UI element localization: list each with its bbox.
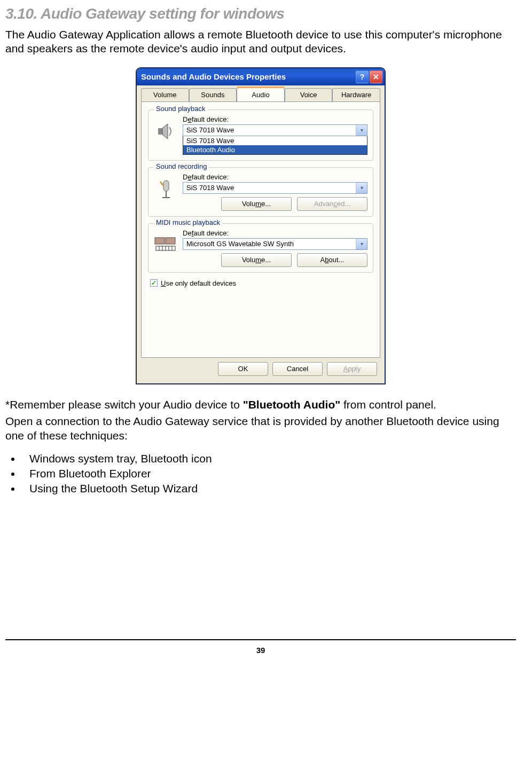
svg-rect-6	[166, 238, 175, 244]
audio-properties-dialog: Sounds and Audio Devices Properties ? ✕ …	[136, 68, 385, 384]
group-sound-playback: Sound playback	[148, 109, 373, 161]
help-button[interactable]: ?	[356, 70, 369, 83]
ok-button[interactable]: OK	[218, 362, 268, 376]
svg-marker-1	[162, 124, 168, 139]
list-item: From Bluetooth Explorer	[21, 467, 516, 480]
page-footer: 39	[5, 639, 516, 655]
group-midi-playback: MIDI music playback	[148, 223, 373, 273]
tab-sounds[interactable]: Sounds	[189, 88, 237, 102]
list-item: Using the Bluetooth Setup Wizard	[21, 482, 516, 495]
list-item: Windows system tray, Bluetooth icon	[21, 452, 516, 465]
playback-option[interactable]: SiS 7018 Wave	[183, 136, 367, 145]
tab-hardware[interactable]: Hardware	[332, 88, 380, 102]
tab-panel-audio: Sound playback	[141, 101, 380, 358]
playback-value: SiS 7018 Wave	[183, 126, 356, 134]
close-button[interactable]: ✕	[370, 70, 382, 83]
midi-select[interactable]: Microsoft GS Wavetable SW Synth ▾	[183, 238, 367, 250]
svg-rect-2	[163, 180, 169, 191]
instructions-paragraph: Open a connection to the Audio Gateway s…	[5, 414, 516, 443]
legend-midi: MIDI music playback	[154, 218, 222, 226]
microphone-icon	[155, 178, 176, 206]
tab-row: Volume Sounds Audio Voice Hardware	[141, 88, 380, 101]
section-heading: 3.10. Audio Gateway setting for windows	[5, 5, 516, 22]
tab-volume[interactable]: Volume	[141, 88, 189, 102]
titlebar-text: Sounds and Audio Devices Properties	[141, 72, 355, 81]
svg-rect-5	[155, 238, 165, 244]
use-only-default-label: Use only default devices	[161, 279, 236, 287]
chevron-down-icon[interactable]: ▾	[356, 239, 367, 249]
midi-value: Microsoft GS Wavetable SW Synth	[183, 240, 356, 248]
recording-select[interactable]: SiS 7018 Wave ▾	[183, 182, 367, 194]
midi-icon	[154, 234, 177, 258]
midi-about-button[interactable]: About...	[297, 253, 367, 267]
speaker-icon	[155, 121, 176, 146]
tab-voice[interactable]: Voice	[285, 88, 333, 102]
playback-label: Default device:	[183, 115, 367, 123]
playback-select[interactable]: SiS 7018 Wave ▾	[183, 124, 367, 136]
recording-advanced-button: Advanced...	[297, 197, 367, 211]
playback-option-selected[interactable]: Bluetooth Audio	[183, 145, 367, 154]
recording-volume-button[interactable]: Volume...	[221, 197, 292, 211]
use-only-default-checkbox[interactable]: ✓	[150, 279, 158, 287]
svg-rect-0	[158, 128, 162, 135]
techniques-list: Windows system tray, Bluetooth icon From…	[21, 452, 516, 495]
playback-dropdown[interactable]: SiS 7018 Wave Bluetooth Audio	[183, 136, 367, 155]
dialog-footer-buttons: OK Cancel Apply	[141, 358, 380, 378]
chevron-down-icon[interactable]: ▾	[356, 183, 367, 193]
recording-value: SiS 7018 Wave	[183, 184, 356, 192]
legend-playback: Sound playback	[154, 105, 208, 113]
titlebar[interactable]: Sounds and Audio Devices Properties ? ✕	[137, 68, 385, 85]
midi-label: Default device:	[183, 229, 367, 237]
apply-button: Apply	[327, 362, 377, 376]
cancel-button[interactable]: Cancel	[272, 362, 323, 376]
intro-paragraph: The Audio Gateway Application allows a r…	[5, 28, 516, 56]
group-sound-recording: Sound recording	[148, 167, 373, 217]
recording-label: Default device:	[183, 173, 367, 181]
note-paragraph: *Remember please switch your Audio devic…	[5, 397, 516, 412]
use-only-default-checkbox-row[interactable]: ✓ Use only default devices	[150, 279, 371, 287]
midi-volume-button[interactable]: Volume...	[221, 253, 292, 267]
tab-audio[interactable]: Audio	[237, 88, 285, 101]
legend-recording: Sound recording	[154, 162, 209, 170]
chevron-down-icon[interactable]: ▾	[356, 125, 367, 136]
page-number: 39	[256, 646, 265, 655]
close-icon: ✕	[373, 73, 379, 81]
